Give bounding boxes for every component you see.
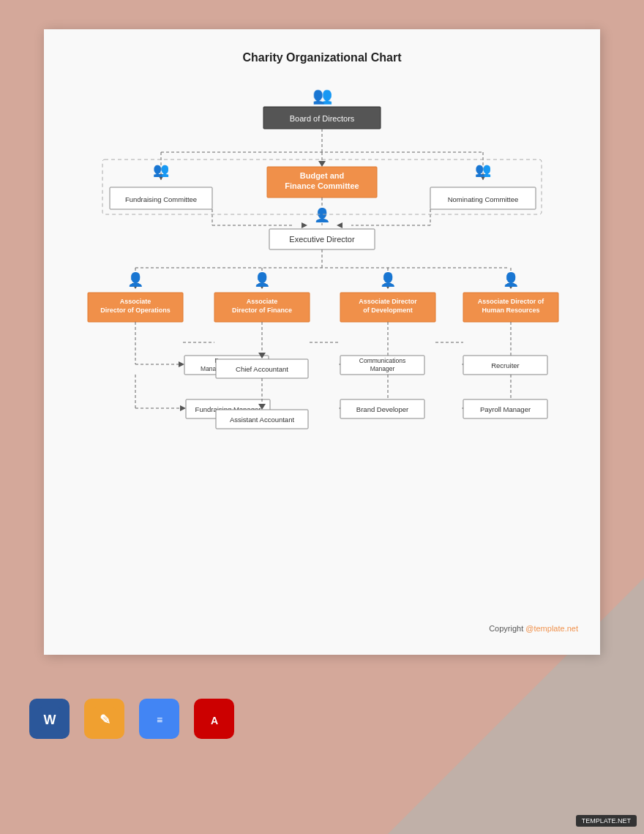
ad-hr-label-1: Associate Director of <box>478 298 545 305</box>
aa-label: Assistant Accountant <box>230 416 295 424</box>
arrow-exec-right <box>337 222 342 228</box>
chart-title: Charity Organizational Chart <box>59 51 585 64</box>
board-label: Board of Directors <box>290 114 355 123</box>
org-chart-svg: 👥 Board of Directors 👥 Fundraising Commi… <box>66 79 578 613</box>
page-container: Charity Organizational Chart 👥 Board of … <box>44 29 600 655</box>
copyright-link: @template.net <box>525 624 578 633</box>
budget-label-2: Finance Committee <box>285 181 359 190</box>
bottom-icons-bar: W ✎ ≡ A <box>0 684 644 754</box>
chief-label: Chief Accountant <box>236 365 288 373</box>
template-badge: TEMPLATE.NET <box>576 815 637 827</box>
ad-fin-label-2: Director of Finance <box>232 307 292 314</box>
ad-ops-label-2: Director of Operations <box>100 307 171 314</box>
hr-icon: 👤 <box>503 271 520 288</box>
fundraising-label: Fundraising Committee <box>125 195 197 203</box>
ad-dev-label-1: Associate Director <box>359 298 417 305</box>
recruiter-label: Recruiter <box>491 361 520 369</box>
ops-icon: 👤 <box>127 271 144 288</box>
bd-label: Brand Developer <box>356 405 408 413</box>
arrow-budget <box>318 161 326 167</box>
nominating-icon: 👥 <box>475 162 492 178</box>
cm-label-1: Communications <box>359 357 405 364</box>
ad-hr-label-2: Human Resources <box>482 307 539 314</box>
google-docs-icon[interactable]: ≡ <box>139 699 179 739</box>
ad-ops-label-1: Associate <box>120 298 151 305</box>
svg-text:≡: ≡ <box>156 714 162 726</box>
pages-icon[interactable]: ✎ <box>84 699 124 739</box>
svg-text:W: W <box>43 713 56 727</box>
nominating-label: Nominating Committee <box>448 195 519 203</box>
budget-label-1: Budget and <box>300 171 345 180</box>
copyright: Copyright @template.net <box>59 624 585 633</box>
exec-label: Executive Director <box>289 235 355 244</box>
payroll-label: Payroll Manager <box>480 405 531 413</box>
arr-pm <box>179 361 184 367</box>
svg-text:✎: ✎ <box>99 713 110 727</box>
arrow-exec-left <box>302 222 307 228</box>
svg-text:A: A <box>210 715 217 726</box>
acrobat-icon[interactable]: A <box>194 699 234 739</box>
org-chart: 👥 Board of Directors 👥 Fundraising Commi… <box>59 79 585 613</box>
exec-icon: 👤 <box>314 207 331 223</box>
fundraising-icon: 👥 <box>153 162 170 178</box>
fin-icon: 👤 <box>254 271 271 288</box>
ad-dev-label-2: of Development <box>363 307 413 314</box>
word-icon[interactable]: W <box>29 699 70 739</box>
arr-fm <box>180 405 186 411</box>
dev-icon: 👤 <box>380 271 397 288</box>
ad-fin-label-1: Associate <box>247 298 278 305</box>
cm-label-2: Manager <box>370 365 395 372</box>
board-icon: 👥 <box>312 86 333 105</box>
